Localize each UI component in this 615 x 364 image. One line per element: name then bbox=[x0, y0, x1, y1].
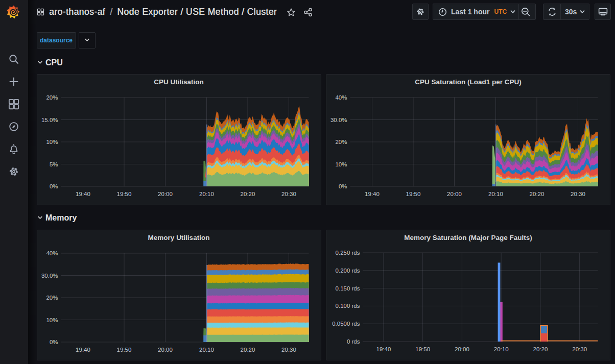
svg-text:19:40: 19:40 bbox=[365, 191, 380, 197]
svg-text:10%: 10% bbox=[46, 317, 58, 323]
svg-text:20:30: 20:30 bbox=[281, 346, 296, 352]
svg-text:20:30: 20:30 bbox=[281, 191, 296, 197]
svg-text:10%: 10% bbox=[46, 139, 58, 145]
svg-text:0.0500 rds: 0.0500 rds bbox=[332, 321, 360, 327]
svg-text:20:00: 20:00 bbox=[158, 346, 173, 352]
svg-text:20%: 20% bbox=[46, 94, 58, 101]
svg-text:20:30: 20:30 bbox=[571, 191, 585, 197]
svg-text:20:20: 20:20 bbox=[240, 346, 255, 352]
svg-text:20:00: 20:00 bbox=[158, 191, 173, 197]
svg-text:10%: 10% bbox=[335, 161, 347, 167]
svg-text:40%: 40% bbox=[335, 94, 347, 101]
svg-text:19:40: 19:40 bbox=[376, 346, 391, 352]
svg-text:0.250 rds: 0.250 rds bbox=[336, 250, 360, 256]
svg-text:40%: 40% bbox=[46, 250, 58, 256]
svg-text:0.100 rds: 0.100 rds bbox=[336, 303, 360, 309]
svg-text:0.200 rds: 0.200 rds bbox=[336, 268, 360, 274]
svg-text:20:00: 20:00 bbox=[455, 346, 469, 352]
svg-text:0.150 rds: 0.150 rds bbox=[336, 285, 360, 291]
svg-text:30.0%: 30.0% bbox=[330, 117, 347, 123]
svg-text:19:50: 19:50 bbox=[415, 346, 430, 352]
svg-text:20:10: 20:10 bbox=[488, 191, 503, 197]
svg-text:20:20: 20:20 bbox=[240, 191, 255, 197]
svg-text:20:20: 20:20 bbox=[533, 346, 548, 352]
svg-text:0%: 0% bbox=[339, 183, 347, 189]
svg-text:19:40: 19:40 bbox=[76, 346, 90, 352]
svg-text:0%: 0% bbox=[49, 183, 58, 189]
svg-text:20:10: 20:10 bbox=[199, 191, 214, 197]
svg-text:0 rds: 0 rds bbox=[347, 338, 360, 345]
svg-text:20%: 20% bbox=[335, 139, 347, 145]
svg-text:20:10: 20:10 bbox=[199, 346, 214, 352]
svg-text:19:50: 19:50 bbox=[116, 191, 131, 197]
svg-text:20%: 20% bbox=[46, 295, 58, 301]
svg-text:20:20: 20:20 bbox=[530, 191, 545, 197]
svg-text:20:30: 20:30 bbox=[572, 346, 587, 352]
svg-text:19:40: 19:40 bbox=[76, 191, 90, 197]
svg-text:19:50: 19:50 bbox=[116, 346, 131, 352]
svg-text:20:00: 20:00 bbox=[447, 191, 462, 197]
svg-text:30.0%: 30.0% bbox=[41, 272, 58, 278]
svg-text:20:10: 20:10 bbox=[494, 346, 509, 352]
svg-text:5%: 5% bbox=[49, 161, 58, 167]
svg-text:0%: 0% bbox=[49, 339, 58, 345]
svg-text:19:50: 19:50 bbox=[406, 191, 421, 197]
svg-text:15.0%: 15.0% bbox=[41, 117, 58, 123]
